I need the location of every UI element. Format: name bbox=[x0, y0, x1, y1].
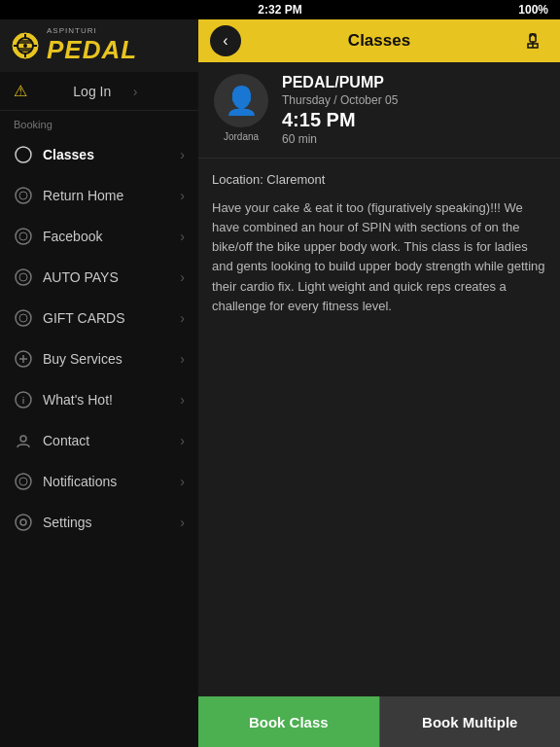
class-time: 4:15 PM bbox=[282, 109, 546, 131]
facebook-label: Facebook bbox=[43, 229, 170, 244]
svg-point-27 bbox=[19, 478, 27, 485]
contact-chevron: › bbox=[180, 433, 185, 448]
whats-hot-label: What's Hot! bbox=[43, 392, 170, 408]
back-button[interactable]: ‹ bbox=[210, 25, 241, 56]
return-home-label: Return Home bbox=[43, 188, 170, 203]
status-time: 2:32 PM bbox=[258, 3, 301, 17]
sidebar-item-auto-pays[interactable]: AUTO PAYS › bbox=[0, 257, 198, 298]
svg-point-19 bbox=[19, 314, 27, 322]
book-class-button[interactable]: Book Class bbox=[198, 696, 379, 747]
sidebar-item-facebook[interactable]: Facebook › bbox=[0, 216, 198, 257]
svg-point-15 bbox=[19, 232, 27, 240]
instructor-name: Jordana bbox=[224, 131, 259, 142]
class-name: PEDAL/PUMP bbox=[282, 74, 546, 91]
svg-point-14 bbox=[16, 229, 31, 244]
login-label: Log In bbox=[73, 84, 124, 99]
class-info: PEDAL/PUMP Thursday / October 05 4:15 PM… bbox=[282, 74, 546, 146]
status-bar: 2:32 PM 100% bbox=[0, 0, 560, 19]
svg-point-16 bbox=[16, 269, 31, 285]
sidebar-item-return-home[interactable]: Return Home › bbox=[0, 175, 198, 216]
svg-point-26 bbox=[16, 474, 31, 489]
classes-icon bbox=[14, 145, 33, 164]
sidebar: ASPINTURI PEDAL ⚠ Log In › Booking Class… bbox=[0, 19, 198, 747]
share-icon bbox=[523, 31, 542, 51]
content-area: ‹ Classes 👤 Jordana PEDAL/PUM bbox=[198, 19, 560, 747]
svg-point-11 bbox=[16, 147, 31, 162]
buy-services-icon bbox=[14, 349, 33, 369]
settings-icon bbox=[14, 513, 33, 532]
gift-cards-label: GIFT CARDS bbox=[43, 310, 170, 326]
facebook-icon bbox=[14, 227, 33, 246]
gift-cards-icon bbox=[14, 308, 33, 328]
class-header: 👤 Jordana PEDAL/PUMP Thursday / October … bbox=[198, 62, 560, 159]
sidebar-item-gift-cards[interactable]: GIFT CARDS › bbox=[0, 298, 198, 338]
notifications-chevron: › bbox=[180, 474, 185, 489]
top-nav: ‹ Classes bbox=[198, 19, 560, 62]
sidebar-item-buy-services[interactable]: Buy Services › bbox=[0, 338, 198, 379]
sidebar-item-classes[interactable]: Classes › bbox=[0, 134, 198, 175]
sidebar-logo: ASPINTURI PEDAL bbox=[0, 19, 198, 72]
logo-text: PEDAL bbox=[47, 35, 137, 65]
class-date: Thursday / October 05 bbox=[282, 93, 546, 107]
nav-title: Classes bbox=[241, 31, 517, 51]
login-chevron: › bbox=[133, 84, 185, 99]
settings-chevron: › bbox=[180, 515, 185, 530]
class-duration: 60 min bbox=[282, 132, 546, 146]
svg-point-17 bbox=[19, 273, 27, 281]
facebook-chevron: › bbox=[180, 229, 185, 244]
book-multiple-button[interactable]: Book Multiple bbox=[379, 696, 561, 747]
svg-point-18 bbox=[16, 310, 31, 326]
gift-cards-chevron: › bbox=[180, 310, 185, 326]
auto-pays-label: AUTO PAYS bbox=[43, 269, 170, 285]
status-right: 100% bbox=[518, 3, 548, 17]
contact-icon bbox=[14, 431, 33, 450]
sidebar-item-notifications[interactable]: Notifications › bbox=[0, 461, 198, 502]
auto-pays-chevron: › bbox=[180, 269, 185, 285]
return-home-icon bbox=[14, 186, 33, 205]
bottom-buttons: Book Class Book Multiple bbox=[198, 696, 560, 747]
avatar-circle: 👤 bbox=[214, 74, 268, 127]
notifications-label: Notifications bbox=[43, 474, 170, 489]
svg-point-29 bbox=[16, 515, 31, 530]
auto-pays-icon bbox=[14, 267, 33, 287]
share-button[interactable] bbox=[517, 25, 548, 56]
svg-point-12 bbox=[16, 188, 31, 203]
svg-point-13 bbox=[19, 192, 27, 199]
brand-label: ASPINTURI bbox=[47, 26, 137, 35]
svg-point-28 bbox=[20, 519, 26, 525]
svg-point-25 bbox=[20, 436, 26, 442]
buy-services-label: Buy Services bbox=[43, 351, 170, 367]
whats-hot-icon: i bbox=[14, 390, 33, 409]
main-layout: ASPINTURI PEDAL ⚠ Log In › Booking Class… bbox=[0, 19, 560, 747]
buy-services-chevron: › bbox=[180, 351, 185, 367]
svg-point-2 bbox=[23, 44, 27, 48]
sidebar-login-item[interactable]: ⚠ Log In › bbox=[0, 72, 198, 111]
sidebar-item-settings[interactable]: Settings › bbox=[0, 502, 198, 543]
sidebar-item-whats-hot[interactable]: i What's Hot! › bbox=[0, 379, 198, 420]
battery-label: 100% bbox=[518, 3, 548, 17]
back-icon: ‹ bbox=[223, 32, 228, 50]
logo-icon bbox=[12, 32, 39, 59]
whats-hot-chevron: › bbox=[180, 392, 185, 408]
sidebar-item-contact[interactable]: Contact › bbox=[0, 420, 198, 461]
svg-text:i: i bbox=[22, 396, 25, 406]
notifications-icon bbox=[14, 472, 33, 491]
class-description: Have your cake & eat it too (figurativel… bbox=[212, 198, 546, 316]
booking-section-label: Booking bbox=[0, 111, 198, 134]
classes-chevron: › bbox=[180, 147, 185, 162]
settings-label: Settings bbox=[43, 515, 170, 530]
class-location: Location: Claremont bbox=[212, 172, 546, 187]
warning-icon: ⚠ bbox=[14, 82, 65, 100]
class-body: Location: Claremont Have your cake & eat… bbox=[198, 159, 560, 696]
avatar-placeholder: 👤 bbox=[225, 85, 259, 117]
contact-label: Contact bbox=[43, 433, 170, 448]
instructor-avatar: 👤 Jordana bbox=[212, 74, 270, 142]
classes-label: Classes bbox=[43, 147, 170, 162]
return-home-chevron: › bbox=[180, 188, 185, 203]
